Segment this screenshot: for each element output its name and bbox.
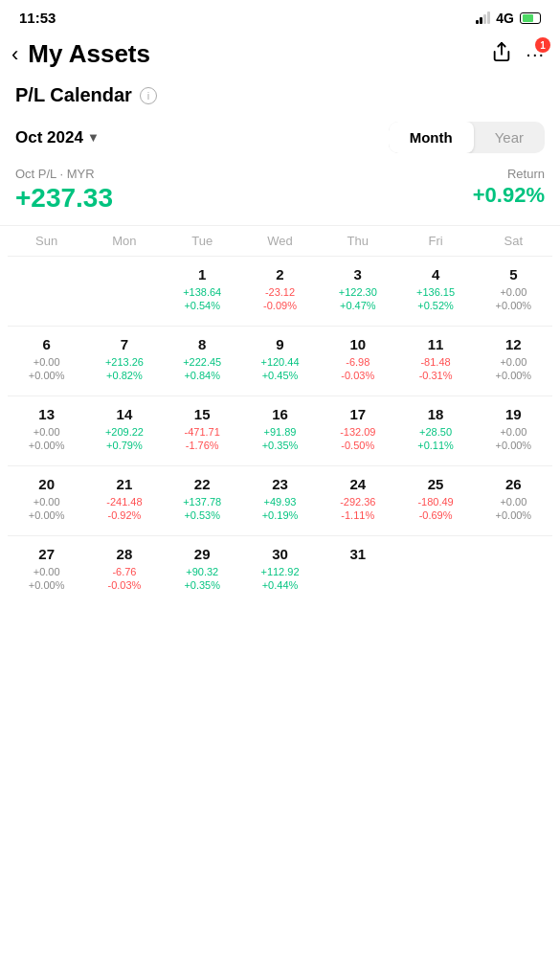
calendar-cell[interactable]: 12+0.00+0.00% bbox=[475, 327, 552, 395]
calendar-cell[interactable]: 14+209.22+0.79% bbox=[85, 396, 163, 465]
calendar-cell[interactable]: 13+0.00+0.00% bbox=[8, 396, 85, 465]
calendar-cell[interactable]: 28-6.76-0.03% bbox=[85, 536, 163, 605]
nav-icons: ··· 1 bbox=[491, 41, 545, 67]
cell-pl: +213.26 bbox=[105, 356, 144, 368]
calendar-cell[interactable]: 25-180.49-0.69% bbox=[396, 466, 474, 535]
calendar-cell[interactable]: 15-471.71-1.76% bbox=[164, 396, 241, 465]
cell-pl: +0.00 bbox=[500, 496, 526, 508]
calendar-cell[interactable]: 7+213.26+0.82% bbox=[85, 327, 163, 395]
cell-pct: +0.47% bbox=[340, 300, 376, 311]
cell-date: 23 bbox=[272, 476, 288, 492]
calendar-cell bbox=[8, 257, 85, 326]
cell-pl: +222.45 bbox=[183, 356, 221, 368]
cell-date: 13 bbox=[38, 406, 55, 422]
cell-date: 19 bbox=[505, 406, 522, 422]
cell-date: 6 bbox=[42, 336, 50, 352]
calendar-body: 1+138.64+0.54%2-23.12-0.09%3+122.30+0.47… bbox=[8, 256, 552, 605]
cell-pl: +0.00 bbox=[34, 496, 60, 508]
cell-date: 3 bbox=[354, 266, 362, 282]
cell-pct: +0.00% bbox=[496, 440, 532, 451]
calendar-cell[interactable]: 31 bbox=[319, 536, 396, 605]
top-nav: ‹ My Assets ··· 1 bbox=[0, 32, 560, 77]
status-icons: 4G bbox=[476, 11, 541, 26]
cell-pct: -0.09% bbox=[263, 300, 297, 311]
calendar-cell[interactable]: 20+0.00+0.00% bbox=[8, 466, 85, 535]
cell-date: 28 bbox=[117, 546, 133, 562]
cell-date: 12 bbox=[505, 336, 522, 352]
cell-pct: +0.00% bbox=[29, 579, 65, 591]
calendar-cell[interactable]: 17-132.09-0.50% bbox=[319, 396, 396, 465]
year-toggle[interactable]: Year bbox=[474, 122, 545, 153]
cell-date: 11 bbox=[428, 336, 444, 352]
cell-pl: +91.89 bbox=[264, 426, 297, 438]
pl-right: Return +0.92% bbox=[473, 167, 545, 208]
cell-pct: -1.11% bbox=[341, 509, 374, 521]
calendar-cell[interactable]: 16+91.89+0.35% bbox=[241, 396, 319, 465]
cell-date: 4 bbox=[432, 266, 439, 282]
chevron-down-icon: ▼ bbox=[87, 130, 100, 145]
calendar-cell[interactable]: 27+0.00+0.00% bbox=[8, 536, 85, 605]
cell-pct: +0.52% bbox=[417, 300, 454, 311]
cell-date: 29 bbox=[194, 546, 211, 562]
cell-pct: +0.00% bbox=[496, 370, 532, 381]
calendar-cell[interactable]: 6+0.00+0.00% bbox=[8, 327, 85, 395]
day-label-mon: Mon bbox=[85, 234, 163, 248]
cell-pl: -180.49 bbox=[417, 496, 453, 508]
cell-pl: +138.64 bbox=[183, 286, 221, 298]
cell-pl: -81.48 bbox=[420, 356, 450, 368]
date-selector[interactable]: Oct 2024 ▼ bbox=[15, 128, 100, 147]
cell-pl: +0.00 bbox=[500, 426, 526, 438]
back-button[interactable]: ‹ bbox=[11, 44, 18, 65]
cell-pct: -0.69% bbox=[419, 509, 453, 521]
cell-date: 7 bbox=[121, 336, 128, 352]
calendar-cell[interactable]: 24-292.36-1.11% bbox=[319, 466, 396, 535]
calendar-cell[interactable]: 5+0.00+0.00% bbox=[475, 257, 552, 326]
cell-date: 14 bbox=[117, 406, 133, 422]
calendar-cell[interactable]: 2-23.12-0.09% bbox=[241, 257, 319, 326]
calendar-cell[interactable]: 11-81.48-0.31% bbox=[396, 327, 474, 395]
calendar-week-4: 27+0.00+0.00%28-6.76-0.03%29+90.32+0.35%… bbox=[8, 535, 552, 605]
info-icon[interactable]: i bbox=[140, 87, 157, 104]
calendar-cell[interactable]: 30+112.92+0.44% bbox=[241, 536, 319, 605]
cell-pct: +0.00% bbox=[29, 370, 65, 381]
month-toggle[interactable]: Month bbox=[389, 122, 474, 153]
calendar-cell[interactable]: 29+90.32+0.35% bbox=[164, 536, 241, 605]
more-icon[interactable]: ··· 1 bbox=[526, 43, 545, 65]
section-header: P/L Calendar i bbox=[0, 77, 560, 112]
day-label-thu: Thu bbox=[319, 234, 396, 248]
calendar-week-3: 20+0.00+0.00%21-241.48-0.92%22+137.78+0.… bbox=[8, 465, 552, 535]
cell-pct: +0.53% bbox=[184, 509, 220, 521]
cell-date: 9 bbox=[276, 336, 283, 352]
calendar-cell[interactable]: 18+28.50+0.11% bbox=[396, 396, 474, 465]
calendar-cell[interactable]: 9+120.44+0.45% bbox=[241, 327, 319, 395]
cell-pct: +0.19% bbox=[262, 509, 299, 521]
date-row: Oct 2024 ▼ Month Year bbox=[0, 112, 560, 163]
calendar: SunMonTueWedThuFriSat 1+138.64+0.54%2-23… bbox=[0, 226, 560, 621]
cell-pl: +120.44 bbox=[260, 356, 299, 368]
calendar-cell[interactable]: 4+136.15+0.52% bbox=[396, 257, 474, 326]
calendar-cell[interactable]: 19+0.00+0.00% bbox=[475, 396, 552, 465]
cell-pl: +112.92 bbox=[260, 566, 299, 577]
calendar-cell[interactable]: 21-241.48-0.92% bbox=[85, 466, 163, 535]
calendar-cell[interactable]: 23+49.93+0.19% bbox=[241, 466, 319, 535]
cell-pl: +90.32 bbox=[186, 566, 218, 577]
return-value: +0.92% bbox=[473, 183, 545, 208]
cell-pct: -0.50% bbox=[341, 440, 374, 451]
cell-date: 22 bbox=[194, 476, 211, 492]
cell-date: 5 bbox=[509, 266, 517, 282]
calendar-cell[interactable]: 8+222.45+0.84% bbox=[164, 327, 241, 395]
calendar-cell[interactable]: 10-6.98-0.03% bbox=[319, 327, 396, 395]
share-icon[interactable] bbox=[491, 41, 512, 67]
cell-pl: +0.00 bbox=[500, 286, 526, 298]
calendar-cell[interactable]: 3+122.30+0.47% bbox=[319, 257, 396, 326]
cell-pct: -0.03% bbox=[107, 579, 141, 591]
cell-pct: +0.11% bbox=[417, 440, 454, 451]
pl-value: +237.33 bbox=[15, 183, 113, 214]
calendar-cell[interactable]: 1+138.64+0.54% bbox=[164, 257, 241, 326]
calendar-cell[interactable]: 26+0.00+0.00% bbox=[475, 466, 552, 535]
calendar-header: SunMonTueWedThuFriSat bbox=[8, 226, 552, 256]
cell-date: 30 bbox=[272, 546, 288, 562]
calendar-cell[interactable]: 22+137.78+0.53% bbox=[164, 466, 241, 535]
cell-pct: -0.03% bbox=[341, 370, 374, 381]
cell-pct: +0.84% bbox=[184, 370, 220, 381]
